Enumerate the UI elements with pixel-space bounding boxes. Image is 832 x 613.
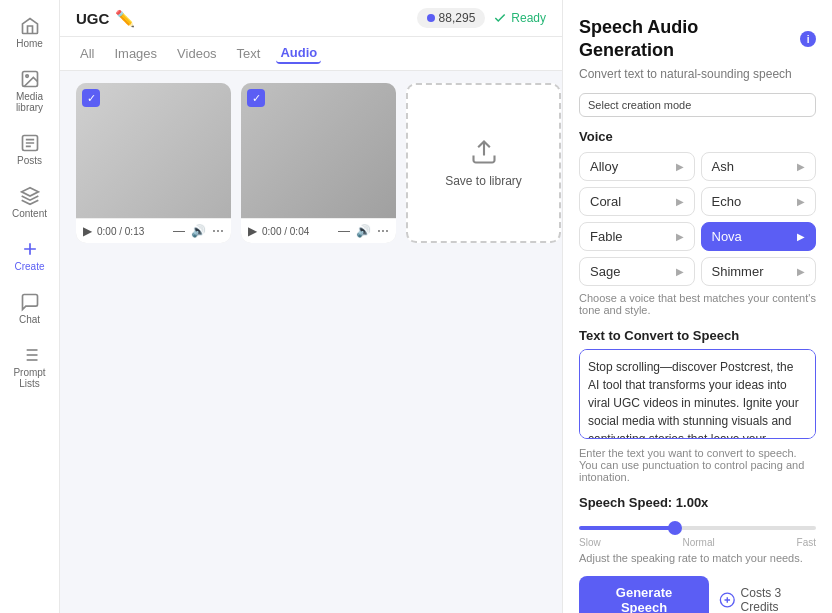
header-right: 88,295 Ready (417, 8, 546, 28)
play-coral-icon: ▶ (676, 196, 684, 207)
page-header: UGC ✏️ 88,295 Ready (60, 0, 562, 37)
media-card-1-check[interactable]: ✓ (82, 89, 100, 107)
text-section: Text to Convert to Speech Enter the text… (579, 328, 816, 483)
media-card-1-controls: ▶ 0:00 / 0:13 — 🔊 ⋯ (76, 218, 231, 243)
credit-count: 88,295 (439, 11, 476, 25)
play-echo-icon: ▶ (797, 196, 805, 207)
voice-ash[interactable]: Ash ▶ (701, 152, 817, 181)
time-display-1: 0:00 / 0:13 (97, 226, 168, 237)
header-left: UGC ✏️ (76, 9, 135, 28)
select-mode-button[interactable]: Select creation mode (579, 93, 816, 117)
filter-tab-all[interactable]: All (76, 44, 98, 63)
voice-coral[interactable]: Coral ▶ (579, 187, 695, 216)
voice-fable-label: Fable (590, 229, 623, 244)
sidebar-item-create[interactable]: Create (4, 231, 56, 280)
voice-section-label: Voice (579, 129, 816, 144)
media-card-1: ✓ ▶ 0:00 / 0:13 — 🔊 ⋯ (76, 83, 231, 243)
text-section-label: Text to Convert to Speech (579, 328, 816, 343)
play-ash-icon: ▶ (797, 161, 805, 172)
credit-badge: 88,295 (417, 8, 486, 28)
time-display-2: 0:00 / 0:04 (262, 226, 333, 237)
ready-badge: Ready (493, 11, 546, 25)
voice-grid: Alloy ▶ Ash ▶ Coral ▶ Echo ▶ Fable ▶ Nov… (579, 152, 816, 286)
sidebar: Home Media library Posts Content Create … (0, 0, 60, 613)
sidebar-item-media-label: Media library (10, 91, 50, 113)
voice-coral-label: Coral (590, 194, 621, 209)
text-hint: Enter the text you want to convert to sp… (579, 447, 816, 483)
save-to-library-card[interactable]: Save to library (406, 83, 561, 243)
voice-nova[interactable]: Nova ▶ (701, 222, 817, 251)
mute-button-1[interactable]: — (172, 223, 186, 239)
play-shimmer-icon: ▶ (797, 266, 805, 277)
filter-tab-audio[interactable]: Audio (276, 43, 321, 64)
media-card-2: ✓ ▶ 0:00 / 0:04 — 🔊 ⋯ (241, 83, 396, 243)
speed-labels: Slow Normal Fast (579, 537, 816, 548)
right-panel: Speech Audio Generation i Convert text t… (562, 0, 832, 613)
credit-dot (427, 14, 435, 22)
cost-label: Costs 3 Credits (741, 586, 816, 613)
panel-title-area: Speech Audio Generation i Convert text t… (579, 16, 816, 81)
sidebar-item-media-library[interactable]: Media library (4, 61, 56, 121)
filter-bar: All Images Videos Text Audio (60, 37, 562, 71)
play-button-1[interactable]: ▶ (82, 223, 93, 239)
voice-alloy-label: Alloy (590, 159, 618, 174)
sidebar-item-chat[interactable]: Chat (4, 284, 56, 333)
voice-sage[interactable]: Sage ▶ (579, 257, 695, 286)
lists-icon (20, 345, 40, 365)
generate-speech-button[interactable]: Generate Speech (579, 576, 709, 613)
media-card-2-check[interactable]: ✓ (247, 89, 265, 107)
speed-slider[interactable] (579, 526, 816, 530)
sidebar-item-content-label: Content (12, 208, 47, 219)
home-icon (20, 16, 40, 36)
sidebar-item-posts[interactable]: Posts (4, 125, 56, 174)
voice-nova-label: Nova (712, 229, 742, 244)
filter-tab-images[interactable]: Images (110, 44, 161, 63)
voice-echo-label: Echo (712, 194, 742, 209)
sidebar-item-posts-label: Posts (17, 155, 42, 166)
svg-point-1 (25, 75, 27, 78)
ready-label: Ready (511, 11, 546, 25)
generate-row: Generate Speech Costs 3 Credits (579, 576, 816, 613)
media-grid: ✓ ▶ 0:00 / 0:13 — 🔊 ⋯ ✓ ▶ 0:00 / 0:04 — … (60, 71, 562, 613)
speed-normal-label: Normal (683, 537, 715, 548)
speed-section: Speech Speed: 1.00x Slow Normal Fast Adj… (579, 495, 816, 564)
voice-section: Voice Alloy ▶ Ash ▶ Coral ▶ Echo ▶ Fable… (579, 129, 816, 316)
voice-shimmer[interactable]: Shimmer ▶ (701, 257, 817, 286)
save-card-label: Save to library (445, 174, 522, 188)
main-area: UGC ✏️ 88,295 Ready All Images Videos Te… (60, 0, 562, 613)
create-icon (20, 239, 40, 259)
sidebar-item-home-label: Home (16, 38, 43, 49)
speed-label: Speech Speed: 1.00x (579, 495, 816, 510)
mute-button-2[interactable]: — (337, 223, 351, 239)
content-icon (20, 186, 40, 206)
sidebar-item-home[interactable]: Home (4, 8, 56, 57)
sidebar-item-prompt-lists[interactable]: Prompt Lists (4, 337, 56, 397)
volume-button-1[interactable]: 🔊 (190, 223, 207, 239)
more-button-2[interactable]: ⋯ (376, 223, 390, 239)
panel-header: Speech Audio Generation i Convert text t… (579, 16, 816, 81)
play-sage-icon: ▶ (676, 266, 684, 277)
voice-sage-label: Sage (590, 264, 620, 279)
filter-tab-text[interactable]: Text (233, 44, 265, 63)
voice-hint: Choose a voice that best matches your co… (579, 292, 816, 316)
voice-fable[interactable]: Fable ▶ (579, 222, 695, 251)
voice-ash-label: Ash (712, 159, 734, 174)
play-fable-icon: ▶ (676, 231, 684, 242)
info-icon: i (800, 31, 816, 47)
more-button-1[interactable]: ⋯ (211, 223, 225, 239)
select-mode-label: Select creation mode (588, 99, 691, 111)
edit-title-icon[interactable]: ✏️ (115, 9, 135, 28)
panel-title: Speech Audio Generation (579, 16, 794, 63)
voice-echo[interactable]: Echo ▶ (701, 187, 817, 216)
voice-alloy[interactable]: Alloy ▶ (579, 152, 695, 181)
speed-hint: Adjust the speaking rate to match your n… (579, 552, 816, 564)
speech-text-input[interactable] (579, 349, 816, 439)
play-nova-icon: ▶ (797, 231, 805, 242)
cost-badge: Costs 3 Credits (719, 586, 816, 613)
media-icon (20, 69, 40, 89)
volume-button-2[interactable]: 🔊 (355, 223, 372, 239)
speed-fast-label: Fast (797, 537, 816, 548)
filter-tab-videos[interactable]: Videos (173, 44, 221, 63)
play-button-2[interactable]: ▶ (247, 223, 258, 239)
sidebar-item-content[interactable]: Content (4, 178, 56, 227)
